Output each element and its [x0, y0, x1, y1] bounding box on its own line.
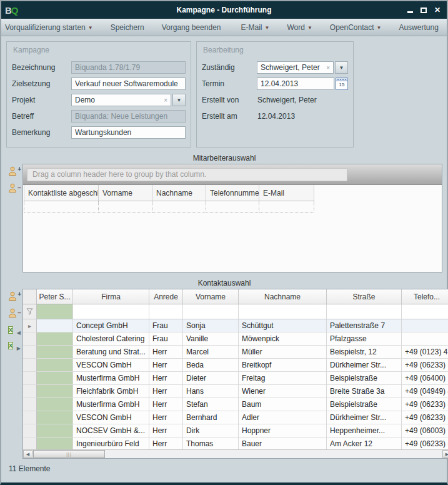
- cell-telefon[interactable]: +49 (06233) (: [402, 438, 448, 451]
- excel-import-button[interactable]: X ◀: [8, 325, 21, 335]
- toolbar-auswertung-button[interactable]: Auswertung: [390, 19, 447, 36]
- cell-vorname[interactable]: Bernhard: [183, 411, 239, 424]
- cell-telefon[interactable]: +49 (06233) (: [402, 411, 448, 424]
- cell-vorname[interactable]: Sonja: [183, 319, 239, 332]
- cell-telefon[interactable]: [402, 319, 448, 332]
- cell-nachname[interactable]: Möwenpick: [239, 332, 327, 346]
- cell-anrede[interactable]: Herr: [149, 372, 183, 385]
- column-header[interactable]: Anrede: [149, 289, 183, 304]
- selection-cell[interactable]: [37, 438, 73, 451]
- calendar-icon[interactable]: 15: [336, 78, 348, 90]
- cell-vorname[interactable]: Dieter: [183, 372, 239, 385]
- add-user-button[interactable]: +: [8, 166, 21, 178]
- table-row[interactable]: Fleichfabrik GmbHHerrHansWienerBreite St…: [23, 385, 448, 398]
- cell-firma[interactable]: VESCON GmbH: [73, 411, 149, 424]
- toolbar-opencontact-button[interactable]: OpenContact▼: [321, 19, 391, 36]
- cell-firma[interactable]: Beratung und Strat...: [73, 346, 149, 359]
- toolbar-vorqualifizierung-starten-button[interactable]: Vorqualifizierung starten▼: [1, 19, 102, 36]
- cell-nachname[interactable]: Bauer: [239, 438, 327, 451]
- cell-firma[interactable]: Musterfirma GmbH: [73, 372, 149, 385]
- cell-strasse[interactable]: Beispielstraße: [327, 372, 402, 385]
- projekt-combobox[interactable]: Demo× ▼: [71, 94, 186, 106]
- remove-contact-button[interactable]: −: [8, 308, 21, 319]
- cell-vorname[interactable]: Marcel: [183, 346, 239, 359]
- table-row[interactable]: Beratung und Strat...HerrMarcelMüllerBei…: [23, 346, 448, 359]
- cell-firma[interactable]: Concept GmbH: [73, 319, 149, 332]
- column-header[interactable]: Firma: [73, 289, 149, 304]
- maximize-button[interactable]: [419, 6, 428, 14]
- mitarbeiter-new-row[interactable]: [23, 201, 442, 212]
- cell-nachname[interactable]: Breitkopf: [239, 359, 327, 372]
- cell-nachname[interactable]: Freitag: [239, 372, 327, 385]
- selection-cell[interactable]: [37, 385, 73, 398]
- table-row[interactable]: VESCON GmbHHerrBedaBreitkopfDürkheimer S…: [23, 359, 448, 372]
- column-header[interactable]: E-Mail: [259, 185, 314, 201]
- cell-anrede[interactable]: Herr: [149, 346, 183, 359]
- table-row[interactable]: VESCON GmbHHerrBernhardAdlerDürkheimer S…: [23, 411, 448, 424]
- cell-vorname[interactable]: Hans: [183, 385, 239, 398]
- column-header[interactable]: Kontaktliste abgeschlo...: [24, 185, 99, 201]
- close-button[interactable]: ✕: [433, 6, 442, 14]
- selection-cell[interactable]: [37, 372, 73, 385]
- filter-cell[interactable]: [183, 304, 239, 319]
- cell-firma[interactable]: Cholesterol Catering: [73, 332, 149, 346]
- cell-strasse[interactable]: Palettenstraße 7: [327, 319, 402, 332]
- cell-vorname[interactable]: Vanille: [183, 332, 239, 346]
- cell-anrede[interactable]: Herr: [149, 424, 183, 438]
- zustaendig-combobox[interactable]: Schweigert, Peter× ▼: [257, 61, 348, 74]
- zielsetzung-field[interactable]: Verkauf neuer Softwaremodule: [71, 78, 186, 90]
- group-by-bar[interactable]: Drag a column header here to group by th…: [23, 164, 442, 185]
- cell-telefon[interactable]: +49 (04949) 4: [402, 385, 448, 398]
- cell-firma[interactable]: Musterfirma GmbH: [73, 398, 149, 411]
- cell-anrede[interactable]: Herr: [149, 385, 183, 398]
- cell-nachname[interactable]: Baum: [239, 398, 327, 411]
- toolbar-word-button[interactable]: Word▼: [278, 19, 321, 36]
- cell-vorname[interactable]: Dirk: [183, 424, 239, 438]
- filter-row[interactable]: [23, 304, 448, 319]
- toolbar-email-button[interactable]: E-Mail▼: [232, 19, 278, 36]
- mitarbeiter-grid-body[interactable]: [23, 212, 442, 272]
- column-header[interactable]: Telefonnummer: [206, 185, 259, 201]
- filter-cell[interactable]: [239, 304, 327, 319]
- selection-cell[interactable]: [37, 424, 73, 438]
- column-header[interactable]: Straße: [327, 289, 402, 304]
- cell-strasse[interactable]: Dürkheimer Str...: [327, 359, 402, 372]
- cell-nachname[interactable]: Schüttgut: [239, 319, 327, 332]
- horizontal-scroll-thumb[interactable]: |||: [33, 450, 105, 458]
- cell-nachname[interactable]: Hoppner: [239, 424, 327, 438]
- column-header[interactable]: Nachname: [239, 289, 327, 304]
- projekt-dropdown-button[interactable]: ▼: [172, 94, 186, 106]
- add-contact-button[interactable]: +: [8, 291, 21, 302]
- bemerkung-field[interactable]: Wartungskunden: [71, 126, 186, 139]
- cell-anrede[interactable]: Frau: [149, 319, 183, 332]
- cell-anrede[interactable]: Herr: [149, 411, 183, 424]
- filter-cell[interactable]: [73, 304, 149, 319]
- column-header[interactable]: Vorname: [99, 185, 152, 201]
- cell-strasse[interactable]: Beispielstraße: [327, 398, 402, 411]
- clear-icon[interactable]: ×: [322, 64, 330, 71]
- cell-vorname[interactable]: Thomas: [183, 438, 239, 451]
- column-header[interactable]: Nachname: [152, 185, 206, 201]
- toolbar-vorgang-beenden-button[interactable]: Vorgang beenden: [153, 19, 230, 36]
- zustaendig-dropdown-button[interactable]: ▼: [335, 61, 348, 74]
- clear-icon[interactable]: ×: [160, 97, 167, 104]
- scroll-right-icon[interactable]: ▶: [442, 450, 448, 458]
- filter-cell[interactable]: [149, 304, 183, 319]
- filter-cell[interactable]: [327, 304, 402, 319]
- cell-telefon[interactable]: +49 (06400): [402, 372, 448, 385]
- cell-firma[interactable]: NOCSEV GmbH &...: [73, 424, 149, 438]
- minimize-button[interactable]: [406, 6, 414, 14]
- filter-cell[interactable]: [37, 304, 73, 319]
- cell-strasse[interactable]: Dürkheimer Str...: [327, 411, 402, 424]
- horizontal-scrollbar[interactable]: ◀ ||| ▶: [23, 449, 448, 458]
- cell-strasse[interactable]: Pfalzgasse: [327, 332, 402, 346]
- cell-nachname[interactable]: Müller: [239, 346, 327, 359]
- cell-nachname[interactable]: Adler: [239, 411, 327, 424]
- cell-anrede[interactable]: Herr: [149, 359, 183, 372]
- cell-firma[interactable]: Fleichfabrik GmbH: [73, 385, 149, 398]
- selection-cell[interactable]: [37, 346, 73, 359]
- selection-cell[interactable]: [37, 359, 73, 372]
- cell-strasse[interactable]: Beispielstr, 12: [327, 346, 402, 359]
- cell-strasse[interactable]: Am Acker 12: [327, 438, 402, 451]
- cell-strasse[interactable]: Breite Straße 3a: [327, 385, 402, 398]
